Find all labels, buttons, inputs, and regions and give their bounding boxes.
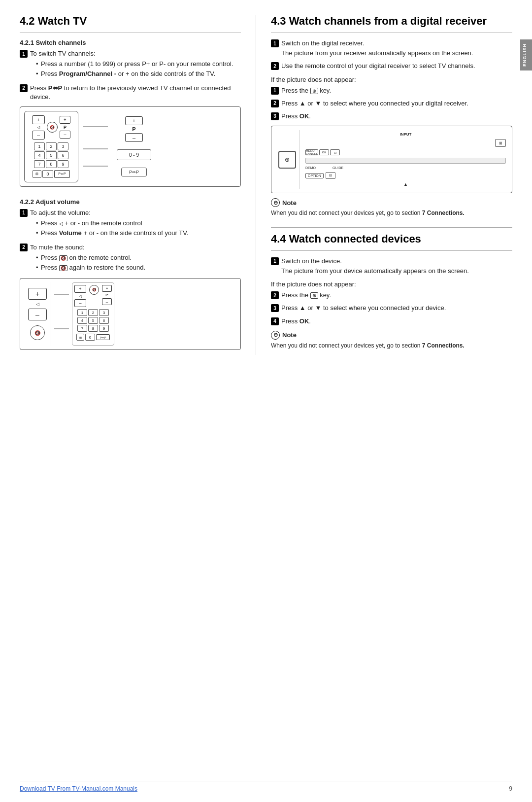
tv-btn[interactable]: ⊞ xyxy=(33,170,41,178)
section-44-divider xyxy=(271,250,512,251)
snum-0[interactable]: 0 xyxy=(85,334,95,341)
small-mute[interactable]: 🔇 xyxy=(89,285,99,295)
bullet-422-3: Press 🔇 on the remote control. xyxy=(36,253,241,262)
step-num-43-1: 1 xyxy=(271,39,279,47)
tv-mode-btn[interactable]: ⊟ xyxy=(326,172,335,179)
small-num-grid: 1 2 3 4 5 6 7 8 9 xyxy=(77,309,109,332)
small-mute-icon: 🔇 xyxy=(92,288,97,292)
snum-8[interactable]: 8 xyxy=(88,325,98,332)
note-44-text: When you did not connect your devices ye… xyxy=(271,342,512,350)
num-6[interactable]: 6 xyxy=(58,151,68,159)
step-44-2: 2 Press the ⊕ key. xyxy=(271,291,512,300)
snum-3[interactable]: 3 xyxy=(99,309,109,316)
p-plus-large[interactable]: + xyxy=(125,116,143,125)
step-num-44-1: 1 xyxy=(271,257,279,265)
num-3[interactable]: 3 xyxy=(58,142,68,150)
connector-lines-1 xyxy=(83,117,108,176)
vol-icon: ◁ xyxy=(37,125,40,130)
small-bottom-row: ⊞ 0 P⇔P xyxy=(76,334,110,341)
tv-arrow-down: ▲ xyxy=(305,182,506,187)
pg-minus-btn[interactable]: – xyxy=(60,131,70,139)
tv-ok-btn-small[interactable]: OK xyxy=(319,149,329,155)
small-pg-minus[interactable]: – xyxy=(102,298,112,305)
snum-2[interactable]: 2 xyxy=(88,309,98,316)
num-1[interactable]: 1 xyxy=(34,142,45,150)
step-422-1: 1 To adjust the volume: Press ◁ + or - o… xyxy=(20,209,241,239)
vol-minus-btn[interactable]: – xyxy=(32,131,45,139)
section-42-title: 4.2 Watch TV xyxy=(20,15,241,28)
tv-source-section: ⊕ xyxy=(275,130,299,189)
snum-9[interactable]: 9 xyxy=(99,325,109,332)
p-minus-large[interactable]: – xyxy=(125,133,143,142)
num-2[interactable]: 2 xyxy=(46,142,57,150)
step-num-2: 2 xyxy=(20,84,28,92)
remote-diagram-channels: + ◁ – 🔇 + P – xyxy=(20,106,241,187)
tv-input-btn[interactable]: ⊞ xyxy=(495,139,506,147)
mute-circle-btn[interactable]: 🔇 xyxy=(47,122,58,133)
note-circle-icon-44: ⊖ xyxy=(271,331,280,340)
tv-cancel-btn[interactable]: MENU CANCEL xyxy=(305,149,318,155)
left-column: 4.2 Watch TV 4.2.1 Switch channels 1 To … xyxy=(20,15,256,355)
tv-demo-row: DEMO GUIDE xyxy=(305,166,506,170)
source-main-btn[interactable]: ⊕ xyxy=(278,151,296,169)
remote-diagram-volume: + ◁ – 🔇 xyxy=(20,278,241,350)
num-9[interactable]: 9 xyxy=(58,160,68,168)
snum-5[interactable]: 5 xyxy=(88,317,98,324)
step-44-3-text: Press ▲ or ▼ to select where you connect… xyxy=(281,304,512,313)
ok-bold-43: OK xyxy=(299,112,309,120)
pp-bold: P⇔P xyxy=(48,84,62,92)
num-0[interactable]: 0 xyxy=(42,170,53,178)
pg-label: P xyxy=(64,125,66,130)
demo-label: DEMO xyxy=(305,166,316,170)
big-plus-btn[interactable]: + xyxy=(28,288,47,300)
small-v-plus[interactable]: + xyxy=(74,285,86,293)
num-7[interactable]: 7 xyxy=(34,160,45,168)
page-footer: Download TV From TV-Manual.com Manuals 9 xyxy=(20,781,512,792)
step-422-2: 2 To mute the sound: Press 🔇 on the remo… xyxy=(20,243,241,274)
step-421-bullets: Press a number (1 to 999) or press P+ or… xyxy=(30,60,241,78)
small-vol-icon: ◁ xyxy=(79,294,82,298)
pp-prev-btn[interactable]: P⇔P xyxy=(54,170,70,178)
p-label-large: P xyxy=(132,126,135,132)
snum-tv[interactable]: ⊞ xyxy=(76,334,84,341)
small-pg-plus[interactable]: + xyxy=(102,285,112,292)
num-range-display: 0 - 9 xyxy=(117,149,151,160)
large-vol-section: + ◁ – 🔇 xyxy=(24,282,51,346)
footer-link[interactable]: Download TV From TV-Manual.com Manuals xyxy=(20,785,137,792)
step-num-43-5: 3 xyxy=(271,112,279,120)
tv-option-btn[interactable]: OPTION xyxy=(305,173,324,178)
right-column: 4.3 Watch channels from a digital receiv… xyxy=(256,15,512,355)
num-4[interactable]: 4 xyxy=(34,151,45,159)
snum-6[interactable]: 6 xyxy=(99,317,109,324)
pp-large-btn[interactable]: P⇔P xyxy=(121,168,147,176)
step-422-1-bullets: Press ◁ + or - on the remote control Pre… xyxy=(30,219,241,238)
program-channel-bold: Program/Channel - xyxy=(59,70,116,77)
small-pp-btn[interactable]: P⇔P xyxy=(96,334,110,340)
snum-1[interactable]: 1 xyxy=(77,309,87,316)
big-minus-btn[interactable]: – xyxy=(28,309,47,320)
tv-diagram-43: ⊕ INPUT ⊞ MENU CANCEL OK ⊡ xyxy=(271,126,512,193)
section-43-title: 4.3 Watch channels from a digital receiv… xyxy=(271,15,512,28)
source-icon-43: ⊕ xyxy=(310,88,318,94)
step-44-1-text: Switch on the device. The picture from y… xyxy=(281,257,512,276)
step-num-422-2: 2 xyxy=(20,244,28,251)
if-picture-43: If the picture does not appear: xyxy=(271,76,512,83)
step-44-4-text: Press OK. xyxy=(281,317,512,326)
tv-info-btn[interactable]: ⊡ xyxy=(330,149,340,155)
ok-bold-44: OK xyxy=(299,317,309,325)
snum-4[interactable]: 4 xyxy=(77,317,87,324)
pg-plus-btn[interactable]: + xyxy=(60,116,70,124)
snum-7[interactable]: 7 xyxy=(77,325,87,332)
vol-plus-btn[interactable]: + xyxy=(32,115,45,124)
step-43-5: 3 Press OK. xyxy=(271,112,512,121)
num-5[interactable]: 5 xyxy=(46,151,57,159)
step-43-4: 2 Press ▲ or ▼ to select where you conne… xyxy=(271,99,512,108)
main-content: 4.2 Watch TV 4.2.1 Switch channels 1 To … xyxy=(20,15,512,355)
small-v-minus[interactable]: – xyxy=(74,299,86,307)
big-mute-btn[interactable]: 🔇 xyxy=(30,325,45,340)
tv-input-label: INPUT xyxy=(305,132,506,137)
step-421-2-text: Press P⇔P to return to the previously vi… xyxy=(30,84,241,102)
bullet-421-2: Press Program/Channel - or + on the side… xyxy=(36,70,241,78)
step-43-3-text: Press the ⊕ key. xyxy=(281,86,512,95)
num-8[interactable]: 8 xyxy=(46,160,57,168)
